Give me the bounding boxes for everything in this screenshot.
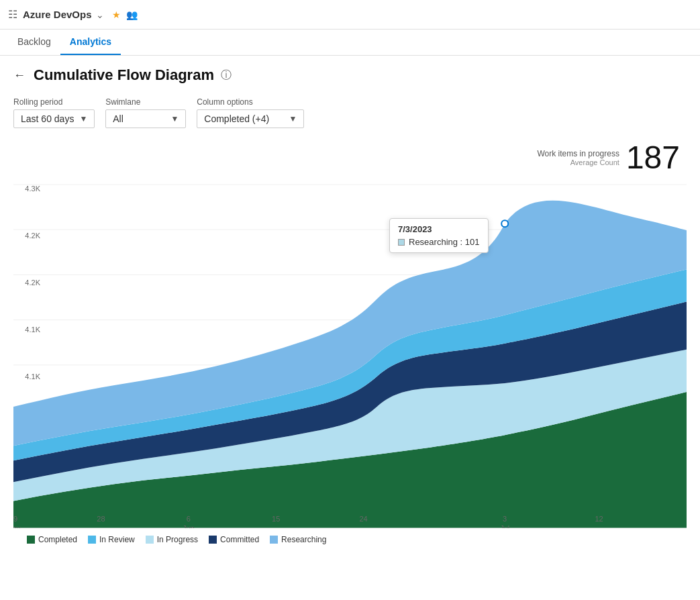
legend-in-review-icon [88, 536, 96, 544]
rolling-period-chevron-icon: ▼ [79, 114, 87, 123]
page-header: ← Cumulative Flow Diagram ⓘ [13, 66, 687, 84]
column-options-value: Completed (+4) [204, 113, 269, 124]
legend-committed-label: Committed [220, 535, 259, 544]
x-label-3: 3 [503, 515, 507, 523]
column-options-select[interactable]: Completed (+4) ▼ [197, 109, 304, 128]
back-button[interactable]: ← [13, 68, 26, 83]
rolling-period-label: Rolling period [13, 97, 95, 107]
x-label-12: 12 [595, 515, 603, 523]
x-month-jul: Jul [500, 524, 509, 528]
x-month-jun: Jun [183, 524, 195, 528]
rolling-period-value: Last 60 days [21, 113, 74, 124]
chart-legend: Completed In Review In Progress Committe… [13, 528, 687, 551]
swimlane-chevron-icon: ▼ [170, 114, 179, 123]
favorite-icon[interactable]: ★ [112, 9, 121, 20]
legend-in-progress: In Progress [146, 535, 198, 544]
tab-analytics[interactable]: Analytics [60, 30, 121, 55]
legend-researching-icon [270, 536, 278, 544]
swimlane-select[interactable]: All ▼ [105, 109, 186, 128]
x-label-28: 28 [97, 515, 105, 523]
filter-bar: Rolling period Last 60 days ▼ Swimlane A… [13, 97, 687, 128]
legend-in-progress-icon [146, 536, 154, 544]
rolling-period-filter: Rolling period Last 60 days ▼ [13, 97, 95, 128]
legend-committed: Committed [209, 535, 259, 544]
x-label-6: 6 [187, 515, 191, 523]
people-icon[interactable]: 👥 [126, 9, 138, 20]
legend-completed-icon [27, 536, 35, 544]
rolling-period-select[interactable]: Last 60 days ▼ [13, 109, 95, 128]
column-options-filter: Column options Completed (+4) ▼ [197, 97, 304, 128]
stats-sublabel: Average Count [537, 158, 619, 166]
legend-in-review-label: In Review [99, 535, 135, 544]
stats-text: Work items in progress Average Count [537, 149, 619, 166]
help-icon[interactable]: ⓘ [221, 68, 232, 83]
chart-right: 19 28 6 15 24 3 12 May Jun Jul 7/3/2023 … [13, 178, 687, 528]
legend-completed: Completed [27, 535, 77, 544]
app-header: ☷ Azure DevOps ⌄ ★ 👥 [0, 0, 700, 30]
x-label-24: 24 [359, 515, 367, 523]
legend-researching-label: Researching [281, 535, 326, 544]
nav-tabs: Backlog Analytics [0, 30, 700, 56]
chart-svg: 19 28 6 15 24 3 12 May Jun Jul [13, 178, 687, 528]
swimlane-filter: Swimlane All ▼ [105, 97, 186, 128]
x-label-19: 19 [13, 515, 17, 523]
column-options-label: Column options [197, 97, 304, 107]
legend-committed-icon [209, 536, 217, 544]
column-options-chevron-icon: ▼ [289, 114, 297, 123]
app-chevron-icon[interactable]: ⌄ [96, 9, 104, 20]
legend-completed-label: Completed [38, 535, 77, 544]
legend-in-review: In Review [88, 535, 135, 544]
stats-count: 187 [626, 142, 680, 174]
stats-bar: Work items in progress Average Count 187 [13, 142, 687, 174]
x-month-may: May [13, 524, 21, 528]
tab-backlog[interactable]: Backlog [8, 30, 60, 55]
legend-in-progress-label: In Progress [157, 535, 198, 544]
stats-label: Work items in progress [537, 149, 619, 158]
swimlane-label: Swimlane [105, 97, 186, 107]
app-name[interactable]: Azure DevOps [23, 9, 92, 20]
grid-icon: ☷ [8, 8, 17, 21]
legend-researching: Researching [270, 535, 326, 544]
page-content: ← Cumulative Flow Diagram ⓘ Rolling peri… [0, 56, 700, 562]
x-label-15: 15 [272, 515, 280, 523]
swimlane-value: All [113, 113, 123, 124]
page-title: Cumulative Flow Diagram [34, 66, 214, 84]
stats-inner: Work items in progress Average Count 187 [537, 142, 680, 174]
chart-wrap: 4.3K 4.2K 4.2K 4.1K 4.1K 4.0K 4.0K 3.9K [13, 178, 687, 528]
tooltip-dot [501, 220, 508, 227]
